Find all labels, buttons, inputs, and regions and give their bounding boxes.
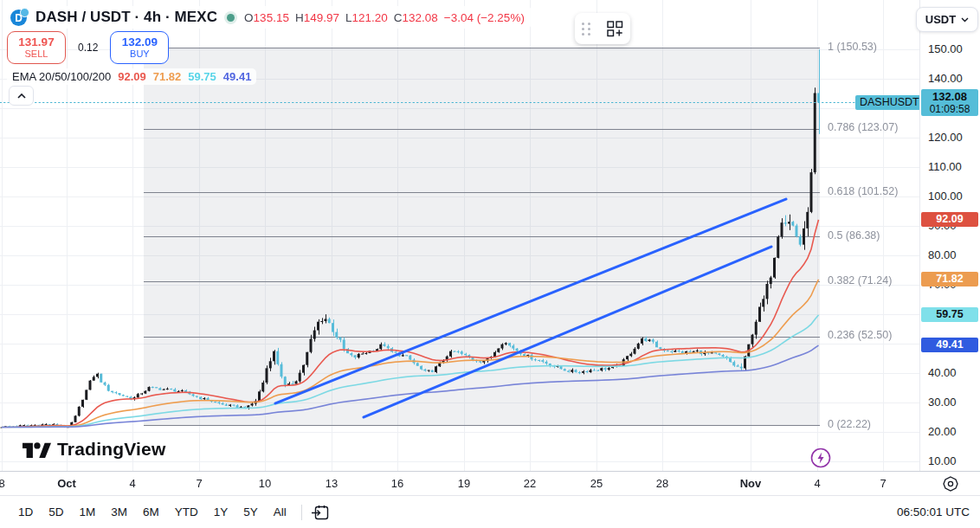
- fib-level-label: 0.382 (71.24): [828, 274, 892, 287]
- bottom-toolbar: 1D5D1M3M6MYTD1Y5YAll 06:50:01 UTC: [0, 495, 980, 528]
- drag-handle-icon[interactable]: [582, 23, 591, 35]
- range-button-6m[interactable]: 6M: [135, 501, 167, 523]
- low-value: 121.20: [351, 11, 387, 24]
- symbol-price-flag: DASHUSDT: [855, 95, 924, 110]
- price-tick: 150.00: [928, 42, 963, 55]
- add-indicator-grid-icon[interactable]: [607, 21, 623, 37]
- floating-toolbar: [575, 13, 630, 44]
- axis-settings-gear-icon[interactable]: [942, 475, 959, 493]
- change-value: −3.04 (−2.25%): [444, 11, 525, 24]
- time-tick: 13: [326, 477, 338, 490]
- market-status-icon[interactable]: [227, 14, 235, 22]
- time-tick: 25: [590, 477, 603, 490]
- trade-panel: 131.97 SELL 0.12 132.09 BUY: [7, 31, 169, 64]
- toolbar-divider: [301, 505, 302, 520]
- range-button-ytd[interactable]: YTD: [167, 501, 206, 523]
- bar-countdown: 01:09:58: [921, 103, 978, 115]
- price-tick: 120.00: [928, 131, 963, 144]
- price-tick: 10.00: [928, 454, 957, 467]
- boost-lightning-button[interactable]: [810, 448, 831, 468]
- sell-button[interactable]: 131.97 SELL: [7, 31, 66, 64]
- price-tick: 30.00: [928, 396, 957, 409]
- open-value: 135.15: [254, 11, 289, 24]
- fib-level-label: 0 (22.22): [828, 418, 871, 430]
- time-tick: Nov: [740, 477, 762, 490]
- range-button-5y[interactable]: 5Y: [235, 501, 266, 523]
- time-axis[interactable]: 8Oct4710131619222528Nov47: [0, 471, 980, 495]
- range-buttons: 1D5D1M3M6MYTD1Y5YAll: [10, 501, 294, 523]
- price-tick: 140.00: [928, 72, 963, 85]
- go-to-date-button[interactable]: [309, 502, 332, 523]
- close-label: C: [394, 11, 403, 24]
- time-tick: 19: [458, 477, 470, 490]
- currency-selector[interactable]: USDT: [916, 7, 978, 32]
- time-tick: 7: [196, 477, 202, 490]
- calendar-icon: [312, 505, 329, 520]
- last-price-tag: 132.0801:09:58: [921, 89, 978, 116]
- buy-price: 132.09: [122, 36, 158, 49]
- ema-price-tag: 92.09: [921, 212, 978, 227]
- time-tick: 4: [814, 477, 820, 490]
- time-tick: 16: [391, 477, 403, 490]
- symbol-title[interactable]: DASH / USDT · 4h · MEXC: [35, 9, 217, 26]
- range-button-1d[interactable]: 1D: [10, 501, 41, 523]
- ema-legend[interactable]: EMA 20/50/100/200 92.09 71.82 59.75 49.4…: [7, 68, 256, 85]
- currency-label: USDT: [925, 13, 956, 26]
- sell-price: 131.97: [18, 36, 54, 49]
- time-tick: 7: [880, 477, 886, 490]
- range-button-5d[interactable]: 5D: [41, 501, 71, 523]
- fib-level-label: 0.5 (86.38): [828, 229, 880, 241]
- chevron-down-icon: [961, 17, 969, 23]
- range-button-all[interactable]: All: [266, 501, 294, 523]
- time-tick: 28: [656, 477, 668, 490]
- fib-level-label: 0.236 (52.50): [828, 329, 892, 341]
- session-clock[interactable]: 06:50:01 UTC: [897, 505, 970, 518]
- ema-price-tag: 49.41: [921, 338, 978, 352]
- tradingview-watermark[interactable]: TradingView: [23, 438, 166, 460]
- ema20-value: 92.09: [118, 70, 146, 83]
- ema100-value: 59.75: [188, 70, 216, 83]
- ema-legend-label: EMA 20/50/100/200: [12, 70, 111, 83]
- spread-value: 0.12: [78, 42, 98, 54]
- buy-button[interactable]: 132.09 BUY: [110, 31, 169, 64]
- price-tick: 40.00: [928, 366, 957, 379]
- price-tick: 80.00: [928, 248, 957, 261]
- last-price-value: 132.08: [921, 90, 978, 103]
- ema200-value: 49.41: [223, 70, 252, 83]
- dash-coin-icon: D: [10, 8, 29, 27]
- open-label: O: [244, 11, 254, 24]
- price-tick: 110.00: [928, 160, 962, 173]
- price-tick: 100.00: [928, 190, 963, 203]
- fib-level-label: 0.786 (123.07): [828, 121, 898, 133]
- trading-chart-app: 1 (150.53)0.786 (123.07)0.618 (101.52)0.…: [0, 0, 980, 528]
- tradingview-logo-icon: [23, 438, 51, 460]
- range-button-3m[interactable]: 3M: [103, 501, 135, 523]
- ema50-value: 71.82: [153, 70, 182, 83]
- high-value: 149.97: [304, 11, 339, 24]
- range-button-1m[interactable]: 1M: [72, 501, 104, 523]
- range-button-1y[interactable]: 1Y: [206, 501, 236, 523]
- fib-level-label: 0.618 (101.52): [828, 185, 898, 197]
- time-tick: 22: [524, 477, 536, 490]
- price-tick: 20.00: [928, 425, 957, 438]
- buy-label: BUY: [130, 48, 150, 59]
- time-tick: 10: [259, 477, 271, 490]
- symbol-legend[interactable]: D DASH / USDT · 4h · MEXC O135.15 H149.9…: [7, 6, 532, 29]
- chevron-up-icon: [17, 93, 26, 99]
- ohlc-values: O135.15 H149.97 L121.20 C132.08 −3.04 (−…: [244, 11, 525, 24]
- sell-label: SELL: [25, 48, 48, 59]
- price-axis[interactable]: 150.00140.00130.00120.00110.00100.0090.0…: [919, 0, 980, 471]
- ema-price-tag: 59.75: [921, 307, 978, 322]
- time-tick: Oct: [57, 477, 76, 490]
- time-tick: 4: [129, 477, 135, 490]
- time-tick: 8: [0, 477, 5, 490]
- collapse-legend-button[interactable]: [9, 86, 34, 106]
- watermark-text: TradingView: [57, 439, 166, 460]
- fib-level-label: 1 (150.53): [828, 41, 877, 53]
- ema-price-tag: 71.82: [921, 272, 978, 287]
- high-label: H: [295, 11, 304, 24]
- close-value: 132.08: [403, 11, 438, 24]
